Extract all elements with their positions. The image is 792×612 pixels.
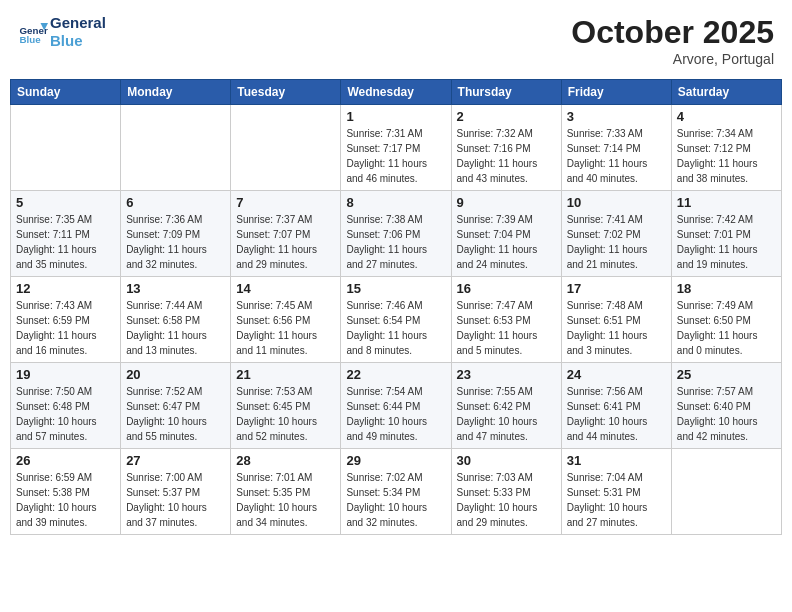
day-info: Sunrise: 7:46 AM Sunset: 6:54 PM Dayligh… (346, 298, 445, 358)
calendar-cell: 15Sunrise: 7:46 AM Sunset: 6:54 PM Dayli… (341, 277, 451, 363)
day-number: 11 (677, 195, 776, 210)
day-info: Sunrise: 7:55 AM Sunset: 6:42 PM Dayligh… (457, 384, 556, 444)
calendar-table: SundayMondayTuesdayWednesdayThursdayFrid… (10, 79, 782, 535)
calendar-cell: 26Sunrise: 6:59 AM Sunset: 5:38 PM Dayli… (11, 449, 121, 535)
day-info: Sunrise: 7:37 AM Sunset: 7:07 PM Dayligh… (236, 212, 335, 272)
day-info: Sunrise: 7:03 AM Sunset: 5:33 PM Dayligh… (457, 470, 556, 530)
day-number: 25 (677, 367, 776, 382)
day-info: Sunrise: 7:02 AM Sunset: 5:34 PM Dayligh… (346, 470, 445, 530)
calendar-cell: 22Sunrise: 7:54 AM Sunset: 6:44 PM Dayli… (341, 363, 451, 449)
day-number: 6 (126, 195, 225, 210)
day-info: Sunrise: 7:34 AM Sunset: 7:12 PM Dayligh… (677, 126, 776, 186)
day-number: 15 (346, 281, 445, 296)
calendar-cell: 21Sunrise: 7:53 AM Sunset: 6:45 PM Dayli… (231, 363, 341, 449)
calendar-cell: 28Sunrise: 7:01 AM Sunset: 5:35 PM Dayli… (231, 449, 341, 535)
calendar-cell: 20Sunrise: 7:52 AM Sunset: 6:47 PM Dayli… (121, 363, 231, 449)
calendar-week-row: 12Sunrise: 7:43 AM Sunset: 6:59 PM Dayli… (11, 277, 782, 363)
day-info: Sunrise: 7:41 AM Sunset: 7:02 PM Dayligh… (567, 212, 666, 272)
calendar-cell: 8Sunrise: 7:38 AM Sunset: 7:06 PM Daylig… (341, 191, 451, 277)
day-info: Sunrise: 7:04 AM Sunset: 5:31 PM Dayligh… (567, 470, 666, 530)
calendar-week-row: 1Sunrise: 7:31 AM Sunset: 7:17 PM Daylig… (11, 105, 782, 191)
calendar-cell (121, 105, 231, 191)
logo-icon: General Blue (18, 17, 48, 47)
day-number: 18 (677, 281, 776, 296)
day-of-week-header: Tuesday (231, 80, 341, 105)
day-info: Sunrise: 7:47 AM Sunset: 6:53 PM Dayligh… (457, 298, 556, 358)
day-info: Sunrise: 7:36 AM Sunset: 7:09 PM Dayligh… (126, 212, 225, 272)
calendar-week-row: 5Sunrise: 7:35 AM Sunset: 7:11 PM Daylig… (11, 191, 782, 277)
day-number: 14 (236, 281, 335, 296)
day-info: Sunrise: 6:59 AM Sunset: 5:38 PM Dayligh… (16, 470, 115, 530)
calendar-cell: 6Sunrise: 7:36 AM Sunset: 7:09 PM Daylig… (121, 191, 231, 277)
day-info: Sunrise: 7:35 AM Sunset: 7:11 PM Dayligh… (16, 212, 115, 272)
day-number: 22 (346, 367, 445, 382)
day-number: 20 (126, 367, 225, 382)
logo: General Blue General Blue (18, 14, 106, 50)
page-header: General Blue General Blue October 2025 A… (10, 10, 782, 71)
day-number: 8 (346, 195, 445, 210)
day-info: Sunrise: 7:44 AM Sunset: 6:58 PM Dayligh… (126, 298, 225, 358)
day-number: 28 (236, 453, 335, 468)
calendar-cell: 7Sunrise: 7:37 AM Sunset: 7:07 PM Daylig… (231, 191, 341, 277)
calendar-cell (11, 105, 121, 191)
day-info: Sunrise: 7:48 AM Sunset: 6:51 PM Dayligh… (567, 298, 666, 358)
calendar-cell: 18Sunrise: 7:49 AM Sunset: 6:50 PM Dayli… (671, 277, 781, 363)
day-number: 4 (677, 109, 776, 124)
logo-line1: General (50, 14, 106, 32)
day-of-week-header: Wednesday (341, 80, 451, 105)
calendar-cell: 9Sunrise: 7:39 AM Sunset: 7:04 PM Daylig… (451, 191, 561, 277)
day-info: Sunrise: 7:01 AM Sunset: 5:35 PM Dayligh… (236, 470, 335, 530)
day-number: 26 (16, 453, 115, 468)
day-info: Sunrise: 7:38 AM Sunset: 7:06 PM Dayligh… (346, 212, 445, 272)
calendar-cell: 17Sunrise: 7:48 AM Sunset: 6:51 PM Dayli… (561, 277, 671, 363)
day-info: Sunrise: 7:39 AM Sunset: 7:04 PM Dayligh… (457, 212, 556, 272)
calendar-cell: 29Sunrise: 7:02 AM Sunset: 5:34 PM Dayli… (341, 449, 451, 535)
day-info: Sunrise: 7:50 AM Sunset: 6:48 PM Dayligh… (16, 384, 115, 444)
calendar-cell: 24Sunrise: 7:56 AM Sunset: 6:41 PM Dayli… (561, 363, 671, 449)
calendar-cell: 13Sunrise: 7:44 AM Sunset: 6:58 PM Dayli… (121, 277, 231, 363)
calendar-week-row: 19Sunrise: 7:50 AM Sunset: 6:48 PM Dayli… (11, 363, 782, 449)
calendar-cell: 27Sunrise: 7:00 AM Sunset: 5:37 PM Dayli… (121, 449, 231, 535)
calendar-cell: 1Sunrise: 7:31 AM Sunset: 7:17 PM Daylig… (341, 105, 451, 191)
day-info: Sunrise: 7:53 AM Sunset: 6:45 PM Dayligh… (236, 384, 335, 444)
day-number: 29 (346, 453, 445, 468)
day-info: Sunrise: 7:31 AM Sunset: 7:17 PM Dayligh… (346, 126, 445, 186)
calendar-cell: 23Sunrise: 7:55 AM Sunset: 6:42 PM Dayli… (451, 363, 561, 449)
calendar-cell: 11Sunrise: 7:42 AM Sunset: 7:01 PM Dayli… (671, 191, 781, 277)
day-info: Sunrise: 7:49 AM Sunset: 6:50 PM Dayligh… (677, 298, 776, 358)
day-number: 30 (457, 453, 556, 468)
title-block: October 2025 Arvore, Portugal (571, 14, 774, 67)
day-number: 12 (16, 281, 115, 296)
day-number: 3 (567, 109, 666, 124)
day-of-week-header: Friday (561, 80, 671, 105)
day-of-week-header: Thursday (451, 80, 561, 105)
calendar-cell: 16Sunrise: 7:47 AM Sunset: 6:53 PM Dayli… (451, 277, 561, 363)
calendar-cell: 14Sunrise: 7:45 AM Sunset: 6:56 PM Dayli… (231, 277, 341, 363)
calendar-cell: 12Sunrise: 7:43 AM Sunset: 6:59 PM Dayli… (11, 277, 121, 363)
day-info: Sunrise: 7:32 AM Sunset: 7:16 PM Dayligh… (457, 126, 556, 186)
day-info: Sunrise: 7:45 AM Sunset: 6:56 PM Dayligh… (236, 298, 335, 358)
day-info: Sunrise: 7:42 AM Sunset: 7:01 PM Dayligh… (677, 212, 776, 272)
logo-line2: Blue (50, 32, 106, 50)
calendar-header-row: SundayMondayTuesdayWednesdayThursdayFrid… (11, 80, 782, 105)
day-info: Sunrise: 7:57 AM Sunset: 6:40 PM Dayligh… (677, 384, 776, 444)
day-number: 1 (346, 109, 445, 124)
day-of-week-header: Saturday (671, 80, 781, 105)
day-number: 10 (567, 195, 666, 210)
day-number: 13 (126, 281, 225, 296)
day-info: Sunrise: 7:54 AM Sunset: 6:44 PM Dayligh… (346, 384, 445, 444)
day-number: 27 (126, 453, 225, 468)
svg-text:Blue: Blue (20, 34, 42, 45)
calendar-week-row: 26Sunrise: 6:59 AM Sunset: 5:38 PM Dayli… (11, 449, 782, 535)
calendar-cell: 3Sunrise: 7:33 AM Sunset: 7:14 PM Daylig… (561, 105, 671, 191)
day-number: 5 (16, 195, 115, 210)
calendar-cell: 31Sunrise: 7:04 AM Sunset: 5:31 PM Dayli… (561, 449, 671, 535)
day-number: 2 (457, 109, 556, 124)
day-number: 7 (236, 195, 335, 210)
month-title: October 2025 (571, 14, 774, 51)
day-of-week-header: Sunday (11, 80, 121, 105)
calendar-cell: 2Sunrise: 7:32 AM Sunset: 7:16 PM Daylig… (451, 105, 561, 191)
calendar-cell: 5Sunrise: 7:35 AM Sunset: 7:11 PM Daylig… (11, 191, 121, 277)
day-info: Sunrise: 7:56 AM Sunset: 6:41 PM Dayligh… (567, 384, 666, 444)
location: Arvore, Portugal (571, 51, 774, 67)
